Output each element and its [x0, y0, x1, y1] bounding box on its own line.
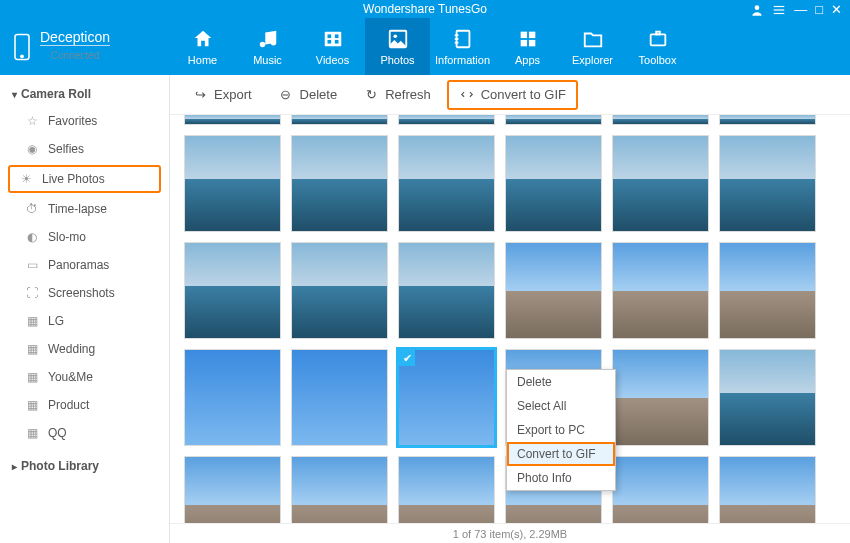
nav-explorer[interactable]: Explorer: [560, 18, 625, 75]
svg-point-0: [755, 5, 760, 10]
sidebar-item-label: LG: [48, 314, 64, 328]
photo-thumbnail[interactable]: [612, 456, 709, 523]
refresh-icon: ↻: [363, 87, 379, 103]
svg-rect-19: [520, 39, 526, 45]
user-icon[interactable]: [750, 2, 764, 17]
svg-rect-3: [774, 12, 785, 13]
sidebar-item-label: Panoramas: [48, 258, 109, 272]
context-menu-item-delete[interactable]: Delete: [507, 370, 615, 394]
photo-thumbnail[interactable]: [505, 115, 602, 125]
main-nav: HomeMusicVideosPhotosInformationAppsExpl…: [170, 18, 690, 75]
photo-thumbnail[interactable]: [612, 115, 709, 125]
sidebar-category-camera-roll[interactable]: ▾Camera Roll: [0, 81, 169, 107]
sidebar-item-time-lapse[interactable]: ⏱Time-lapse: [0, 195, 169, 223]
toolbar: ↪Export ⊖Delete ↻Refresh Convert to GIF: [170, 75, 850, 115]
export-button[interactable]: ↪Export: [182, 82, 262, 108]
sidebar-item-icon: ☆: [24, 113, 40, 129]
photo-thumbnail[interactable]: [291, 456, 388, 523]
context-menu-item-select-all[interactable]: Select All: [507, 394, 615, 418]
sidebar-item-label: Product: [48, 398, 89, 412]
sidebar-item-wedding[interactable]: ▦Wedding: [0, 335, 169, 363]
nav-information[interactable]: Information: [430, 18, 495, 75]
sidebar-item-lg[interactable]: ▦LG: [0, 307, 169, 335]
sidebar-item-icon: ⏱: [24, 201, 40, 217]
photo-thumbnail[interactable]: [184, 242, 281, 339]
delete-button[interactable]: ⊖Delete: [268, 82, 348, 108]
sidebar-item-favorites[interactable]: ☆Favorites: [0, 107, 169, 135]
photo-thumbnail[interactable]: [719, 135, 816, 232]
sidebar-item-icon: ⛶: [24, 285, 40, 301]
photo-thumbnail[interactable]: [184, 456, 281, 523]
sidebar-item-label: Time-lapse: [48, 202, 107, 216]
photo-thumbnail[interactable]: [291, 349, 388, 446]
sidebar-category-photo-library[interactable]: ▸Photo Library: [0, 453, 169, 479]
photo-thumbnail[interactable]: [719, 349, 816, 446]
context-menu-item-photo-info[interactable]: Photo Info: [507, 466, 615, 490]
sidebar-item-label: You&Me: [48, 370, 93, 384]
sidebar-item-product[interactable]: ▦Product: [0, 391, 169, 419]
photo-thumbnail[interactable]: [719, 242, 816, 339]
photo-grid: DeleteSelect AllExport to PCConvert to G…: [170, 115, 850, 523]
context-menu-item-export-to-pc[interactable]: Export to PC: [507, 418, 615, 442]
sidebar-item-live-photos[interactable]: ☀Live Photos: [8, 165, 161, 193]
sidebar-item-panoramas[interactable]: ▭Panoramas: [0, 251, 169, 279]
photo-thumbnail[interactable]: [612, 242, 709, 339]
photo-thumbnail[interactable]: [719, 115, 816, 125]
nav-music[interactable]: Music: [235, 18, 300, 75]
close-icon[interactable]: ✕: [831, 2, 842, 17]
sidebar-item-qq[interactable]: ▦QQ: [0, 419, 169, 447]
photo-thumbnail[interactable]: [505, 135, 602, 232]
maximize-icon[interactable]: □: [815, 2, 823, 17]
device-panel[interactable]: Decepticon Connected: [0, 29, 170, 65]
convert-icon: [459, 87, 475, 103]
nav-videos[interactable]: Videos: [300, 18, 365, 75]
photo-thumbnail[interactable]: [184, 349, 281, 446]
nav-photos[interactable]: Photos: [365, 18, 430, 75]
photo-thumbnail[interactable]: [398, 456, 495, 523]
photo-thumbnail[interactable]: [291, 135, 388, 232]
delete-icon: ⊖: [278, 87, 294, 103]
sidebar-item-slo-mo[interactable]: ◐Slo-mo: [0, 223, 169, 251]
photo-thumbnail[interactable]: [398, 135, 495, 232]
convert-to-gif-button[interactable]: Convert to GIF: [447, 80, 578, 110]
menu-icon[interactable]: [772, 2, 786, 17]
phone-icon: [12, 33, 32, 61]
sidebar-item-icon: ▦: [24, 397, 40, 413]
context-menu-item-convert-to-gif[interactable]: Convert to GIF: [507, 442, 615, 466]
svg-rect-10: [334, 39, 338, 43]
sidebar-item-screenshots[interactable]: ⛶Screenshots: [0, 279, 169, 307]
minimize-icon[interactable]: —: [794, 2, 807, 17]
sidebar-item-label: Wedding: [48, 342, 95, 356]
nav-toolbox[interactable]: Toolbox: [625, 18, 690, 75]
svg-rect-16: [454, 41, 458, 43]
sidebar-item-icon: ▦: [24, 425, 40, 441]
nav-apps[interactable]: Apps: [495, 18, 560, 75]
photo-thumbnail[interactable]: [184, 135, 281, 232]
nav-home[interactable]: Home: [170, 18, 235, 75]
app-title: Wondershare TunesGo: [363, 2, 487, 16]
nav-label: Apps: [515, 54, 540, 66]
refresh-button[interactable]: ↻Refresh: [353, 82, 441, 108]
export-icon: ↪: [192, 87, 208, 103]
photo-thumbnail[interactable]: [291, 242, 388, 339]
context-menu: DeleteSelect AllExport to PCConvert to G…: [506, 369, 616, 491]
sidebar-item-you-me[interactable]: ▦You&Me: [0, 363, 169, 391]
photo-thumbnail[interactable]: [398, 115, 495, 125]
photo-thumbnail[interactable]: [505, 242, 602, 339]
thumbnail-row: [184, 135, 836, 232]
photo-thumbnail[interactable]: [291, 115, 388, 125]
photo-thumbnail[interactable]: [612, 349, 709, 446]
nav-label: Explorer: [572, 54, 613, 66]
sidebar-item-selfies[interactable]: ◉Selfies: [0, 135, 169, 163]
thumbnail-row: [184, 115, 836, 125]
device-name: Decepticon: [40, 29, 110, 45]
nav-label: Videos: [316, 54, 349, 66]
nav-label: Toolbox: [639, 54, 677, 66]
photo-thumbnail[interactable]: [398, 242, 495, 339]
photo-thumbnail[interactable]: [719, 456, 816, 523]
svg-rect-13: [456, 30, 469, 47]
photo-thumbnail[interactable]: [184, 115, 281, 125]
photo-thumbnail[interactable]: [398, 349, 495, 446]
photo-thumbnail[interactable]: [612, 135, 709, 232]
svg-rect-2: [774, 9, 785, 10]
